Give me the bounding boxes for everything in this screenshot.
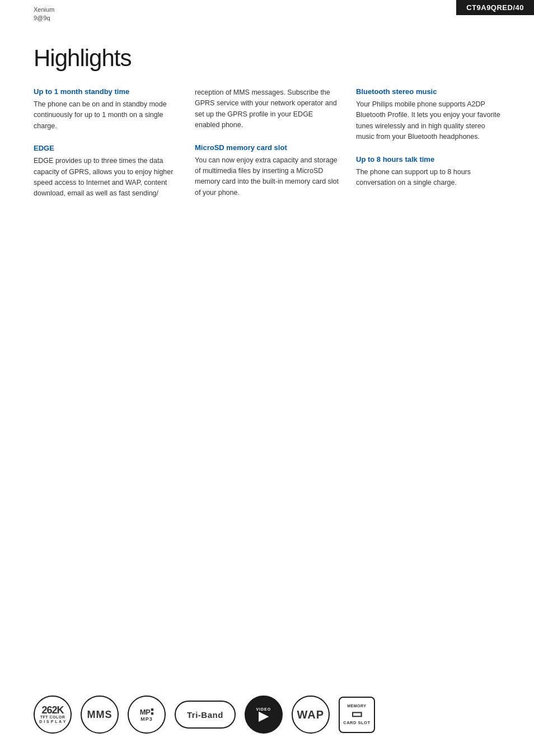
section-bluetooth: Bluetooth stereo music Your Philips mobi… — [356, 87, 500, 143]
mms-continuation-body: reception of MMS messages. Subscribe the… — [195, 87, 339, 131]
section-talktime: Up to 8 hours talk time The phone can su… — [356, 155, 500, 189]
memory-card-icon: MEMORY ▭ Card Slot — [339, 697, 375, 733]
standby-body: The phone can be on and in standby mode … — [34, 99, 178, 132]
main-content: Highlights Up to 1 month standby time Th… — [0, 0, 534, 234]
standby-heading: Up to 1 month standby time — [34, 87, 178, 96]
section-standby: Up to 1 month standby time The phone can… — [34, 87, 178, 132]
columns-layout: Up to 1 month standby time The phone can… — [34, 87, 500, 212]
mp3-icon: MP ■ ■ MP3 — [128, 696, 166, 734]
column-3: Bluetooth stereo music Your Philips mobi… — [356, 87, 500, 200]
triband-icon: Tri-Band — [175, 701, 236, 729]
icons-bar: 262K TFT COLOR D I S P L A Y MMS MP ■ ■ … — [34, 696, 375, 734]
column-2: reception of MMS messages. Subscribe the… — [195, 87, 339, 211]
bluetooth-body: Your Philips mobile phone supports A2DP … — [356, 99, 500, 143]
section-edge: EDGE EDGE provides up to three times the… — [34, 144, 178, 199]
product-code: CT9A9QRED/40 — [456, 0, 534, 15]
edge-heading: EDGE — [34, 144, 178, 152]
page-title: Highlights — [34, 45, 500, 72]
model-label: Xenium 9@9q — [34, 6, 54, 23]
section-microsd: MicroSD memory card slot You can now enj… — [195, 143, 339, 199]
mms-icon: MMS — [81, 696, 119, 734]
microsd-heading: MicroSD memory card slot — [195, 143, 339, 152]
talktime-body: The phone can support up to 8 hours conv… — [356, 167, 500, 189]
microsd-body: You can now enjoy extra capacity and sto… — [195, 155, 339, 199]
section-mms-continuation: reception of MMS messages. Subscribe the… — [195, 87, 339, 131]
wap-icon: WAP — [292, 696, 330, 734]
video-icon: VIDEO ▶ — [245, 696, 283, 734]
262k-icon: 262K TFT COLOR D I S P L A Y — [34, 696, 72, 734]
bluetooth-heading: Bluetooth stereo music — [356, 87, 500, 96]
talktime-heading: Up to 8 hours talk time — [356, 155, 500, 164]
column-1: Up to 1 month standby time The phone can… — [34, 87, 178, 212]
edge-body: EDGE provides up to three times the data… — [34, 156, 178, 199]
